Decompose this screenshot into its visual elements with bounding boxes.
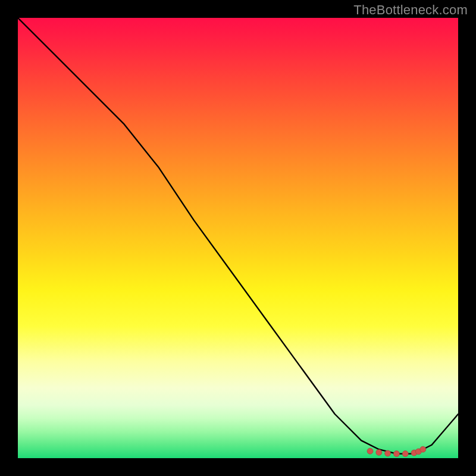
marker-dot [420,446,426,452]
marker-dot [376,449,382,455]
bottleneck-curve [18,18,458,454]
marker-dot [402,451,408,457]
marker-dot [367,448,373,454]
chart-frame: TheBottleneck.com [0,0,476,476]
attribution-label: TheBottleneck.com [353,2,468,18]
chart-overlay [18,18,458,458]
optimal-range-markers [367,446,426,456]
marker-dot [385,450,391,456]
marker-dot [415,449,421,455]
plot-area [18,18,458,458]
marker-dot [411,450,417,456]
marker-dot [393,451,399,457]
